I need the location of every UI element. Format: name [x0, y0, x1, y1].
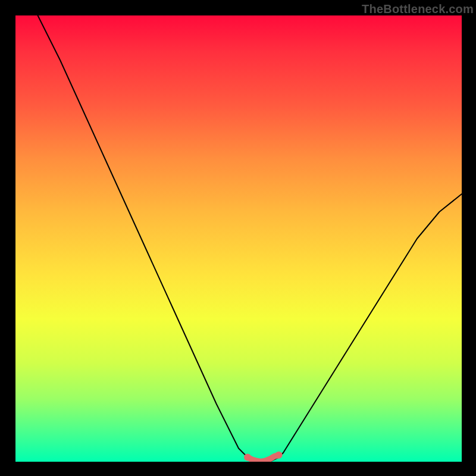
highlight-end-dot [244, 454, 251, 461]
curve-group [38, 15, 462, 462]
watermark-text: TheBottleneck.com [362, 2, 474, 16]
highlight-end-dot [275, 452, 283, 459]
plot-area [15, 15, 462, 462]
flat-bottom-highlight [248, 455, 279, 462]
chart-frame: TheBottleneck.com [0, 0, 476, 476]
chart-svg [15, 15, 462, 462]
bottleneck-curve [38, 15, 462, 462]
